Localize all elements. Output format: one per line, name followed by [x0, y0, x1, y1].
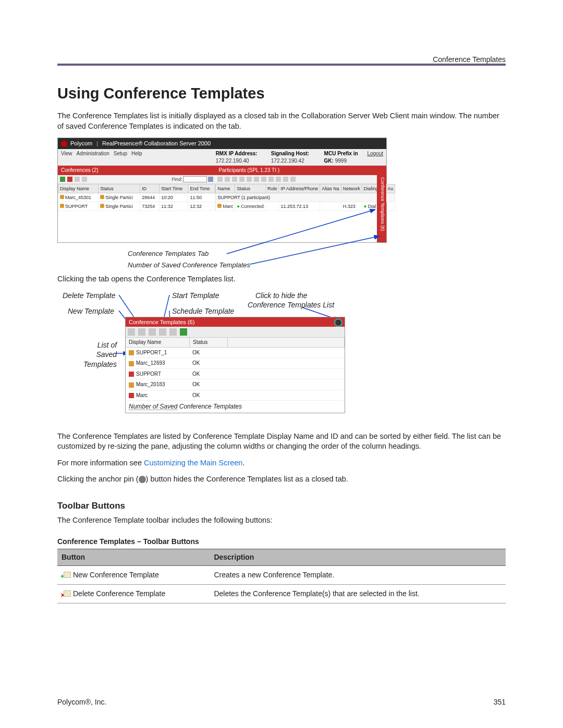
- polycom-logo-icon: [61, 141, 67, 147]
- toolbar-button[interactable]: [149, 328, 156, 336]
- template-icon: [129, 382, 134, 388]
- conferences-tab[interactable]: Conferences (2): [58, 166, 215, 175]
- toolbar-icon[interactable]: [261, 177, 266, 182]
- footer-company: Polycom®, Inc.: [57, 698, 106, 706]
- mcu-prefix: 9999: [335, 158, 347, 164]
- col-ip[interactable]: IP Address/Phone: [279, 184, 320, 193]
- delete-template-icon: [62, 590, 71, 598]
- menu-setup[interactable]: Setup: [114, 150, 127, 164]
- toolbar-icon[interactable]: [217, 177, 223, 182]
- toolbar-buttons-table: Button Description New Conference Templa…: [57, 549, 506, 603]
- toolbar-icon[interactable]: [225, 177, 230, 182]
- toolbar-icon[interactable]: [254, 177, 259, 182]
- annot-new: New Template: [68, 306, 114, 316]
- search-icon[interactable]: [208, 177, 213, 182]
- col-end[interactable]: End Time: [188, 184, 215, 193]
- participants-tab[interactable]: Participants (SPL 1.23 TI ): [215, 166, 378, 175]
- table-row[interactable]: Marc_45301 Single Partici 28644 10:20 11…: [58, 193, 215, 202]
- th-description: Description: [210, 549, 506, 566]
- conferences-toolbar: Find:: [58, 175, 215, 184]
- page-footer: Polycom®, Inc. 351: [57, 697, 506, 707]
- toolbar-buttons-heading: Toolbar Buttons: [57, 500, 506, 512]
- template-icon: [129, 393, 134, 398]
- toolbar-icon[interactable]: [283, 177, 288, 182]
- list-item[interactable]: Marc_12693OK: [126, 358, 345, 369]
- col-status[interactable]: Status: [99, 184, 140, 193]
- signal-host: 172.22.190.42: [271, 158, 304, 164]
- panel-header: Conference Templates (6): [126, 317, 345, 327]
- annot-hide2: Conference Templates List: [248, 300, 334, 310]
- col-start[interactable]: Start Time: [160, 184, 188, 193]
- status-icon: [100, 204, 104, 208]
- after-fig1-text: Clicking the tab opens the Conference Te…: [57, 274, 506, 285]
- participants-table: Name Status Role IP Address/Phone Alias …: [215, 184, 395, 211]
- logout-link[interactable]: Logout: [367, 150, 383, 164]
- figure1-annotations: Conference Templates Tab Number of Saved…: [57, 246, 386, 270]
- conference-icon: [60, 204, 64, 208]
- new-template-icon: [62, 572, 71, 579]
- annot-schedule: Schedule Template: [172, 306, 234, 316]
- col-role[interactable]: Role: [265, 184, 279, 193]
- customizing-main-screen-link[interactable]: Customizing the Main Screen: [144, 459, 242, 467]
- start-template-button[interactable]: [159, 328, 166, 336]
- anchor-pin-icon[interactable]: [334, 318, 342, 327]
- toolbar-icon[interactable]: [239, 177, 244, 182]
- find-label: Find:: [172, 176, 182, 182]
- list-item[interactable]: SUPPORTOK: [126, 369, 345, 380]
- col-id[interactable]: ID: [140, 184, 160, 193]
- col-network[interactable]: Network: [341, 184, 362, 193]
- list-item[interactable]: MarcOK: [126, 390, 345, 401]
- toolbar-icon[interactable]: [276, 177, 281, 182]
- toolbar-icon[interactable]: [232, 177, 237, 182]
- header-rule: [57, 64, 506, 66]
- status-icon: [100, 195, 104, 199]
- find-input[interactable]: [183, 176, 207, 182]
- figure-main-window: Polycom | RealPresence® Collaboration Se…: [57, 138, 387, 243]
- col-display-name[interactable]: Display Name: [58, 184, 99, 193]
- toolbar-icon[interactable]: [290, 177, 296, 182]
- col-display-name[interactable]: Display Name: [126, 338, 190, 347]
- annot-count-label: Number of Saved Conference Templates: [128, 261, 250, 270]
- menu-view[interactable]: View: [61, 150, 72, 164]
- panel-footer-count: Number of Saved Number of Saved Conferen…: [126, 401, 345, 412]
- col-name[interactable]: Name: [216, 184, 235, 193]
- template-icon: [129, 350, 134, 355]
- conference-icon: [60, 195, 64, 199]
- brand-name: Polycom: [70, 140, 92, 147]
- toolbar-icon[interactable]: [60, 177, 65, 182]
- rmx-ip-label: RMX IP Address:: [216, 151, 258, 156]
- page-number: 351: [494, 697, 506, 707]
- table-title: Conference Templates – Toolbar Buttons: [57, 537, 506, 547]
- toolbar-icon[interactable]: [247, 177, 252, 182]
- window-titlebar: Polycom | RealPresence® Collaboration Se…: [58, 138, 386, 149]
- signal-label: Signaling Host:: [271, 151, 309, 156]
- figure-templates-panel: Delete Template New Template Start Templ…: [57, 291, 349, 426]
- sort-paragraph: The Conference Templates are listed by C…: [57, 431, 506, 452]
- list-item[interactable]: SUPPORT_1OK: [126, 348, 345, 359]
- col-status[interactable]: Status: [190, 338, 228, 347]
- templates-columns: Display Name Status: [126, 338, 345, 348]
- toolbar-icon[interactable]: [268, 177, 274, 182]
- delete-template-button[interactable]: [138, 328, 145, 336]
- annot-start: Start Template: [172, 291, 219, 301]
- table-row: SUPPORT (1 participant): [216, 193, 395, 202]
- col-status[interactable]: Status: [235, 184, 266, 193]
- new-template-button[interactable]: [128, 328, 135, 336]
- table-row[interactable]: SUPPORT Single Partici 73254 11:32 12:32: [58, 202, 215, 211]
- menu-admin[interactable]: Administration: [77, 150, 109, 164]
- schedule-template-button[interactable]: [169, 328, 177, 336]
- toolbar-icon[interactable]: [67, 177, 72, 182]
- table-row[interactable]: Marc ● Connected 11.253.72.13 H.323 ● Di…: [216, 202, 395, 211]
- list-item[interactable]: Marc_20183OK: [126, 379, 345, 390]
- anchor-pin-icon: [139, 476, 146, 483]
- toolbar-icon[interactable]: [75, 177, 80, 182]
- conference-templates-vertical-tab[interactable]: Conference Templates (6): [377, 166, 386, 242]
- template-icon: [129, 361, 134, 366]
- menu-help[interactable]: Help: [131, 150, 142, 164]
- toolbar-button[interactable]: [180, 328, 187, 336]
- col-au[interactable]: Au: [386, 184, 395, 193]
- toolbar-icon[interactable]: [82, 177, 87, 182]
- participant-icon: [217, 204, 222, 208]
- col-alias[interactable]: Alias Na: [320, 184, 341, 193]
- templates-panel: Conference Templates (6) Display Name St…: [125, 317, 345, 413]
